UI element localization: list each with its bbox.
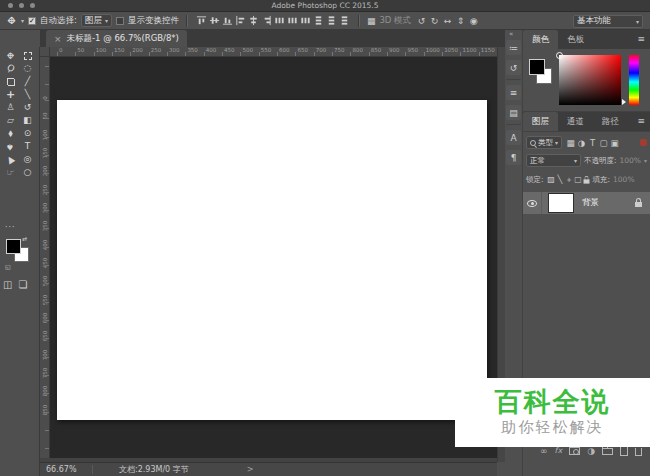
tab-channels[interactable]: 通道 [558, 112, 593, 131]
gradient-tool[interactable]: ◧ [19, 114, 36, 127]
lock-position-icon[interactable]: ＋ [565, 174, 574, 185]
zoom-level-field[interactable]: 66.67% [46, 465, 92, 474]
distribute-vertical-centers-icon[interactable] [286, 14, 299, 27]
brush-tool[interactable]: ╲ [19, 88, 36, 101]
horizontal-type-tool[interactable]: T [19, 140, 36, 153]
roll-3d-icon[interactable]: ↻ [428, 16, 441, 26]
paragraph-panel-icon[interactable]: ¶ [506, 150, 521, 165]
character-panel-icon[interactable]: A [506, 130, 521, 145]
auto-select-target-dropdown[interactable]: 图层▾ [81, 14, 112, 27]
layer-name[interactable]: 背景 [582, 197, 599, 209]
move-tool[interactable]: ↔↕ [2, 49, 19, 62]
screen-mode-icon[interactable]: ❏ [18, 279, 27, 290]
tab-paths[interactable]: 路径 [593, 112, 628, 131]
align-bottom-edges-icon[interactable] [221, 14, 234, 27]
default-colors-icon[interactable]: ◱ [5, 263, 11, 270]
crop-tool[interactable] [2, 75, 19, 88]
layer-filter-kind-dropdown[interactable]: 类型 ▾ [526, 136, 562, 149]
lock-transparent-pixels-icon[interactable]: ▨ [547, 175, 556, 184]
distribute-bottom-edges-icon[interactable] [299, 14, 312, 27]
rectangular-marquee-tool[interactable] [19, 49, 36, 62]
foreground-color-swatch[interactable] [6, 239, 21, 254]
tab-layers[interactable]: 图层 [523, 112, 558, 131]
close-tab-icon[interactable]: × [54, 34, 62, 44]
dodge-tool[interactable]: ⊙ [19, 127, 36, 140]
lock-image-pixels-icon[interactable]: ╲ [556, 175, 565, 184]
document-tab[interactable]: × 未标题-1 @ 66.7%(RGB/8*) [46, 30, 187, 47]
panel-menu-icon[interactable]: ≡ [637, 116, 645, 126]
ruler-label: 150 [114, 47, 125, 53]
align-top-edges-icon[interactable] [195, 14, 208, 27]
orbit-3d-icon[interactable]: ↺ [415, 16, 428, 26]
status-options-chevron-icon[interactable]: > [247, 465, 254, 474]
slide-3d-icon[interactable]: ⇕ [454, 16, 467, 26]
blur-tool[interactable]: ◆ [2, 127, 19, 140]
scale-3d-icon[interactable]: ◉ [467, 16, 480, 26]
swap-colors-icon[interactable]: ⇄ [22, 235, 27, 242]
distribute-top-edges-icon[interactable] [273, 14, 286, 27]
opacity-value[interactable]: 100% [620, 156, 641, 165]
properties-panel-icon[interactable]: ≡ [506, 85, 521, 100]
distribute-left-edges-icon[interactable] [312, 14, 325, 27]
align-right-edges-icon[interactable] [260, 14, 273, 27]
pen-tool[interactable]: ♠ [2, 140, 19, 153]
edit-toolbar-icon[interactable]: ··· [5, 223, 16, 232]
distribute-right-edges-icon[interactable] [338, 14, 351, 27]
auto-select-checkbox[interactable]: ✓ [28, 17, 36, 25]
filter-pixel-layers-icon[interactable]: ▦ [565, 138, 576, 148]
filter-smart-objects-icon[interactable]: ▣ [609, 138, 620, 148]
expand-panels-icon[interactable]: « [509, 30, 513, 38]
align-horizontal-centers-icon[interactable] [247, 14, 260, 27]
distribute-spacing-icon[interactable]: ▦ [367, 16, 376, 26]
drag-3d-icon[interactable]: ↔ [441, 16, 454, 26]
document-canvas[interactable] [57, 100, 487, 420]
link-layers-icon[interactable]: ∞ [540, 446, 548, 456]
distribute-horizontal-centers-icon[interactable] [325, 14, 338, 27]
new-layer-icon[interactable] [620, 446, 628, 456]
layer-style-icon[interactable]: fx [555, 446, 563, 455]
lasso-tool[interactable]: Ϙ [2, 62, 19, 75]
filter-adjustment-layers-icon[interactable]: ◑ [576, 138, 587, 148]
align-left-edges-icon[interactable] [234, 14, 247, 27]
tab-swatches[interactable]: 色板 [558, 30, 593, 49]
new-group-icon[interactable] [602, 446, 613, 455]
show-transform-checkbox[interactable] [116, 17, 124, 25]
filter-shape-layers-icon[interactable]: ▢ [598, 138, 609, 148]
tool-preset-chevron-icon[interactable]: ▾ [21, 17, 24, 24]
lock-artboard-icon[interactable]: ▢ [574, 175, 583, 184]
tab-color[interactable]: 颜色 [523, 30, 558, 49]
saturation-brightness-field[interactable] [559, 55, 621, 105]
zoom-tool[interactable]: ○╲ [19, 166, 36, 179]
adjustments-panel-icon[interactable]: ≔ [506, 40, 521, 55]
ellipse-tool[interactable]: ◎ [19, 153, 36, 166]
align-vertical-centers-icon[interactable] [208, 14, 221, 27]
history-brush-tool[interactable]: ↺ [19, 101, 36, 114]
layer-row-background[interactable]: 背景 [523, 192, 650, 214]
lock-all-icon[interactable] [583, 179, 589, 183]
layer-filter-toggle[interactable] [640, 139, 647, 146]
fill-value[interactable]: 100% [613, 175, 634, 184]
filter-type-layers-icon[interactable]: T [587, 138, 598, 148]
layer-thumbnail[interactable] [548, 193, 574, 213]
spot-healing-brush-tool[interactable]: + [2, 88, 19, 101]
foreground-color-well[interactable] [529, 59, 545, 75]
hue-slider[interactable] [629, 55, 639, 105]
quick-selection-tool[interactable]: ◌╲ [19, 62, 36, 75]
quick-mask-mode-icon[interactable]: ◫ [3, 279, 12, 290]
clone-stamp-tool[interactable]: ♙ [2, 101, 19, 114]
path-selection-tool[interactable]: ▲ [2, 153, 19, 166]
history-panel-icon[interactable]: ↺ [506, 60, 521, 75]
eyedropper-tool[interactable]: ╱ [19, 75, 36, 88]
layer-mask-icon[interactable] [569, 447, 580, 455]
layer-visibility-toggle[interactable] [523, 192, 542, 214]
workspace-switcher[interactable]: 基本功能▾ [573, 15, 643, 28]
blend-mode-dropdown[interactable]: 正常▾ [526, 154, 581, 167]
libraries-panel-icon[interactable]: ▤ [506, 105, 521, 120]
lock-row: 锁定: ▨╲＋▢ 填充: 100% [526, 173, 647, 186]
eraser-tool[interactable]: ▱ [2, 114, 19, 127]
panel-menu-icon[interactable]: ≡ [637, 34, 645, 44]
ruler-label: 550 [261, 47, 272, 53]
adjustment-layer-icon[interactable]: ◑ [587, 446, 595, 456]
delete-layer-icon[interactable] [635, 446, 642, 456]
hand-tool[interactable]: ☞ [2, 166, 19, 179]
